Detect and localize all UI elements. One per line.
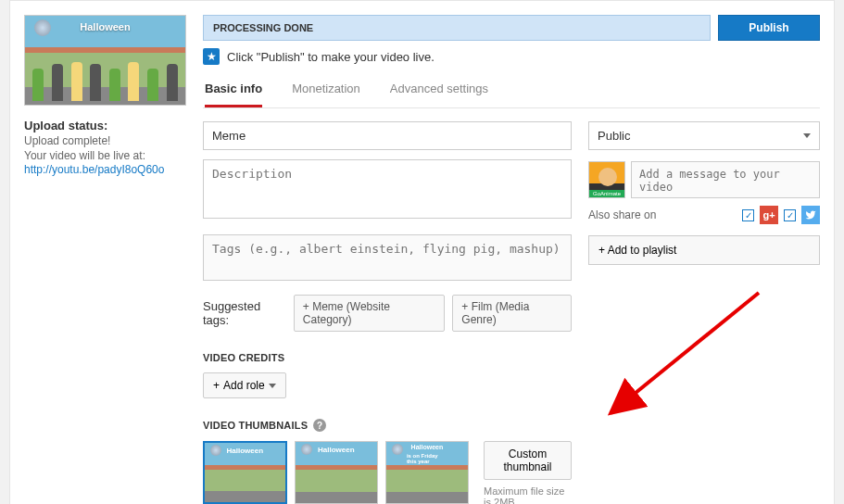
gplus-checkbox[interactable]: ✓ [742,209,754,221]
disco-ball-icon [34,19,51,36]
publish-button[interactable]: Publish [718,15,820,41]
suggested-tags-label: Suggested tags: [203,299,286,327]
video-thumbnails-title: VIDEO THUMBNAILS [203,420,308,431]
description-input[interactable] [203,159,572,219]
add-role-button[interactable]: + Add role [203,372,286,398]
twitter-checkbox[interactable]: ✓ [784,209,796,221]
thumbnail-banner-text: Halloween [80,21,130,32]
privacy-select[interactable]: Public [588,121,820,150]
add-to-playlist-button[interactable]: + Add to playlist [588,235,820,265]
star-icon: ★ [203,48,220,65]
video-credits-title: VIDEO CREDITS [203,352,572,363]
google-plus-icon: g+ [760,206,778,224]
chevron-down-icon [803,133,811,138]
tab-advanced-settings[interactable]: Advanced settings [390,74,488,107]
tabs-bar: Basic info Monetization Advanced setting… [203,74,820,108]
video-live-text: Your video will be live at: [24,149,186,162]
video-preview-thumbnail: Halloween [24,15,186,106]
tab-basic-info[interactable]: Basic info [205,74,262,107]
privacy-selected-value: Public [598,129,630,143]
share-message-input[interactable] [631,161,820,198]
custom-thumbnail-button[interactable]: Custom thumbnail [484,441,572,480]
tags-input[interactable] [203,234,572,281]
avatar-label: GoAnimate [589,190,624,197]
upload-status-label: Upload status: [24,119,186,132]
plus-icon: + [213,379,220,392]
processing-status-bar: PROCESSING DONE [203,15,711,41]
chevron-down-icon [269,384,276,388]
thumbnail-option-2[interactable]: Halloween [295,441,378,504]
title-input[interactable] [203,121,572,150]
thumbnail-option-1[interactable]: Halloween [203,441,287,504]
help-icon[interactable]: ? [313,419,326,432]
video-url-link[interactable]: http://youtu.be/padyI8oQ60o [24,163,164,176]
also-share-label: Also share on [588,208,656,221]
suggested-tag-film[interactable]: + Film (Media Genre) [452,295,572,332]
upload-complete-text: Upload complete! [24,134,186,147]
twitter-icon [801,206,820,224]
tab-monetization[interactable]: Monetization [292,74,360,107]
thumbnail-size-hint: Maximum file size is 2MB. [484,485,572,504]
channel-avatar: GoAnimate [588,161,625,198]
publish-hint-text: Click "Publish" to make your video live. [227,50,435,64]
suggested-tag-meme[interactable]: + Meme (Website Category) [294,295,446,332]
thumbnail-option-3[interactable]: Halloween is on Friday this year [385,441,469,504]
add-role-label: Add role [223,379,265,392]
